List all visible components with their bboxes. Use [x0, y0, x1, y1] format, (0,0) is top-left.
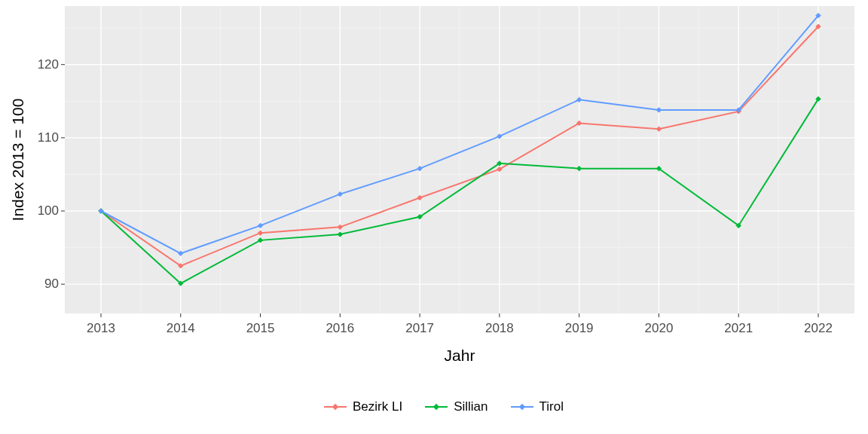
y-tick-label: 110 — [38, 130, 59, 145]
chart-container: Index 2013 = 100 Jahr Bezirk LI Sillian … — [0, 0, 868, 434]
series-point — [338, 232, 342, 237]
series-point — [417, 195, 422, 200]
legend-label: Tirol — [539, 399, 564, 414]
series-point — [338, 191, 342, 196]
x-tick-label: 2014 — [167, 321, 195, 336]
x-tick-label: 2019 — [565, 321, 594, 336]
x-tick-label: 2021 — [724, 321, 753, 336]
legend-item-bezirk-li: Bezirk LI — [324, 399, 402, 414]
legend-swatch-bezirk-li — [324, 402, 347, 412]
series-point — [656, 108, 661, 112]
x-tick-label: 2015 — [246, 321, 275, 336]
series-point — [417, 166, 422, 170]
x-axis-title: Jahr — [445, 347, 475, 365]
legend-item-tirol: Tirol — [511, 399, 564, 414]
series-point — [656, 127, 661, 131]
x-tick-label: 2016 — [326, 321, 354, 336]
legend: Bezirk LI Sillian Tirol — [324, 399, 564, 414]
series-point — [576, 166, 581, 170]
y-tick-label: 90 — [44, 277, 59, 292]
legend-label: Bezirk LI — [353, 399, 402, 414]
x-tick-label: 2018 — [485, 321, 514, 336]
plot-svg — [0, 0, 868, 434]
legend-swatch-sillian — [425, 402, 448, 412]
series-point — [258, 231, 262, 235]
y-tick-label: 120 — [38, 57, 59, 72]
legend-item-sillian: Sillian — [425, 399, 487, 414]
series-point — [338, 225, 342, 229]
y-axis-title: Index 2013 = 100 — [9, 99, 27, 222]
legend-label: Sillian — [454, 399, 487, 414]
x-tick-label: 2020 — [645, 321, 674, 336]
x-tick-label: 2017 — [405, 321, 434, 336]
legend-swatch-tirol — [511, 402, 533, 412]
series-point — [258, 223, 262, 228]
x-tick-label: 2022 — [804, 321, 833, 336]
y-tick-label: 100 — [38, 203, 59, 219]
x-tick-label: 2013 — [87, 321, 115, 336]
